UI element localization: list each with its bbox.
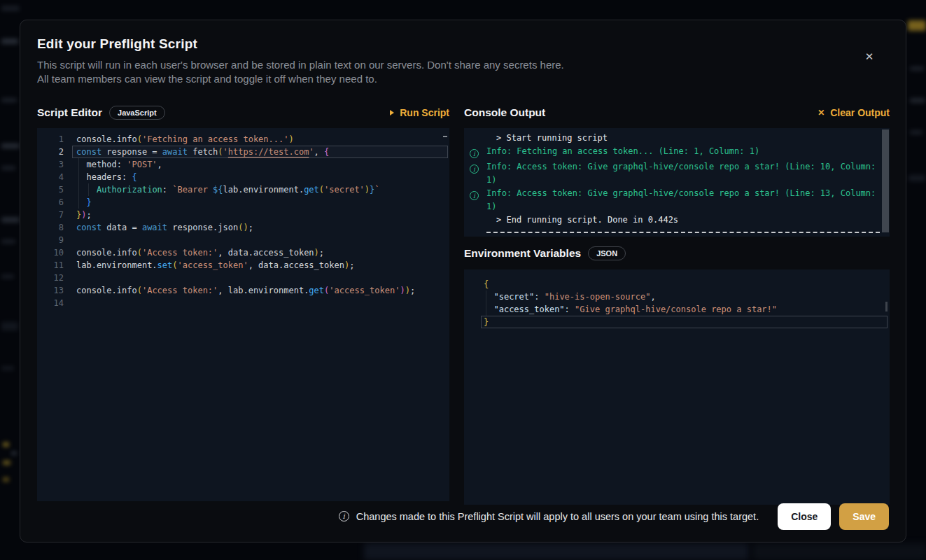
- code-line: 1console.info('Fetching an access token.…: [37, 133, 449, 146]
- console-scrollbar[interactable]: [882, 130, 889, 232]
- code-line: 3 method: 'POST',: [37, 158, 449, 171]
- code-line: 13console.info('Access token:', lab.envi…: [37, 284, 449, 297]
- console-text: Info: Access token: Give graphql-hive/co…: [486, 187, 887, 214]
- modal-description-line1: This script will run in each user's brow…: [37, 58, 889, 72]
- preflight-script-modal: ✕ Edit your Preflight Script This script…: [20, 20, 906, 542]
- console-output[interactable]: > Start running scriptiInfo: Fetching an…: [464, 128, 890, 237]
- line-number: 3: [37, 158, 64, 171]
- modal-description-line2: All team members can view the script and…: [37, 72, 889, 86]
- json-badge: JSON: [588, 246, 626, 260]
- env-line: "access_token": "Give graphql-hive/conso…: [464, 303, 890, 316]
- play-icon: [390, 110, 394, 115]
- console-row: iInfo: Fetching an access token... (Line…: [470, 145, 890, 160]
- script-editor[interactable]: 1console.info('Fetching an access token.…: [37, 128, 449, 501]
- language-badge: JavaScript: [109, 106, 165, 120]
- console-row: > Start running script: [470, 132, 890, 145]
- code-line: 10console.info('Access token:', data.acc…: [37, 246, 449, 259]
- info-icon: i: [339, 511, 349, 522]
- line-number: 8: [37, 221, 64, 234]
- code-line: 4 headers: {: [37, 171, 449, 183]
- line-number: 13: [37, 284, 64, 297]
- footer-note: i Changes made to this Preflight Script …: [339, 511, 759, 522]
- script-editor-title: Script Editor: [37, 106, 102, 119]
- save-button[interactable]: Save: [839, 503, 889, 530]
- console-text: > End running script. Done in 0.442s: [486, 214, 887, 227]
- line-number: 1: [37, 133, 64, 146]
- script-editor-lines: 1console.info('Fetching an access token.…: [37, 133, 449, 309]
- code-line: 6 }: [37, 196, 449, 209]
- env-ruler-mark: [885, 302, 888, 312]
- info-icon: i: [470, 191, 479, 200]
- console-row: iInfo: Access token: Give graphql-hive/c…: [470, 187, 890, 214]
- code-line: 14: [37, 297, 449, 309]
- run-script-button[interactable]: Run Script: [390, 107, 449, 118]
- modal-footer: i Changes made to this Preflight Script …: [20, 495, 906, 542]
- console-row: > End running script. Done in 0.442s: [470, 214, 890, 227]
- console-text: Info: Access token: Give graphql-hive/co…: [486, 160, 887, 187]
- environment-variables-title: Environment Variables: [464, 247, 581, 260]
- line-number: 11: [37, 259, 64, 272]
- console-row: iInfo: Access token: Give graphql-hive/c…: [470, 160, 890, 187]
- code-line: 5 Authorization: `Bearer ${lab.environme…: [37, 183, 449, 196]
- code-line: 12: [37, 272, 449, 284]
- console-text: Info: Fetching an access token... (Line:…: [486, 145, 887, 160]
- env-line: }: [464, 316, 890, 328]
- line-number: 7: [37, 209, 64, 221]
- close-icon[interactable]: ✕: [862, 50, 876, 64]
- console-output-title: Console Output: [464, 106, 545, 119]
- line-number: 2: [37, 146, 64, 158]
- code-line: 9: [37, 234, 449, 246]
- clear-icon: ✕: [818, 108, 825, 117]
- code-line: 7});: [37, 209, 449, 221]
- environment-lines: { "secret": "hive-is-open-source", "acce…: [464, 278, 890, 328]
- env-line: "secret": "hive-is-open-source",: [464, 290, 890, 303]
- line-number: 10: [37, 246, 64, 259]
- code-line: 2const response = await fetch('https://t…: [37, 146, 449, 158]
- line-number: 12: [37, 272, 64, 284]
- line-number: 14: [37, 297, 64, 309]
- info-icon: i: [470, 164, 479, 174]
- line-number: 5: [37, 183, 64, 196]
- code-line: 11lab.environment.set('access_token', da…: [37, 259, 449, 272]
- line-number: 6: [37, 196, 64, 209]
- line-number: 9: [37, 234, 64, 246]
- page-title: Edit your Preflight Script: [37, 36, 889, 52]
- line-number: 4: [37, 171, 64, 183]
- code-line: 8const data = await response.json();: [37, 221, 449, 234]
- console-rows: > Start running scriptiInfo: Fetching an…: [470, 132, 890, 233]
- close-button[interactable]: Close: [778, 503, 831, 530]
- clear-output-button[interactable]: ✕ Clear Output: [818, 107, 890, 118]
- env-line: {: [464, 278, 890, 290]
- environment-editor[interactable]: { "secret": "hive-is-open-source", "acce…: [464, 270, 890, 505]
- console-text: > Start running script: [486, 132, 887, 145]
- console-separator: [486, 232, 880, 233]
- info-icon: i: [470, 149, 479, 158]
- overview-ruler-mark: [443, 136, 447, 137]
